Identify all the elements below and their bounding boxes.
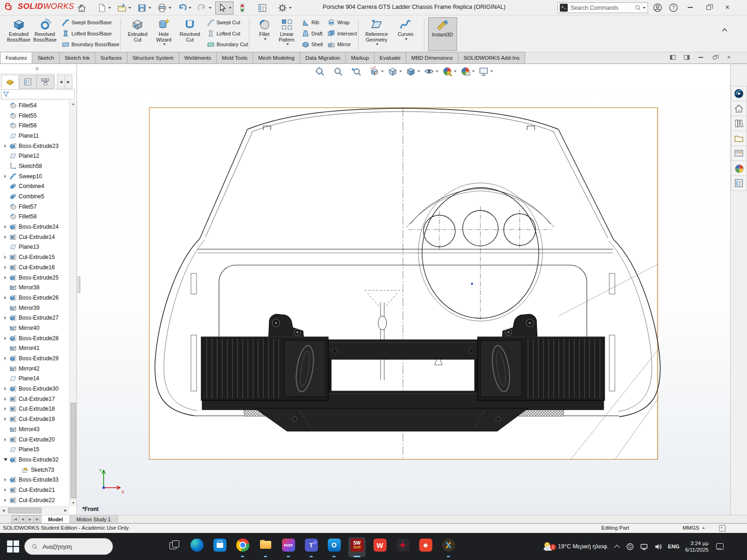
revolved-boss-base-button[interactable]: Revolved Boss/Base [32, 17, 58, 45]
expand-caret-icon[interactable] [3, 214, 8, 219]
tab-structure-system[interactable]: Structure System [127, 52, 179, 63]
linear-pattern-button[interactable]: Linear Pattern [275, 17, 298, 45]
tree-item[interactable]: Mirror42 [0, 364, 69, 374]
extruded-boss-base-button[interactable]: Extruded Boss/Base [6, 17, 32, 45]
tree-item[interactable]: Cut-Extrude22 [0, 495, 69, 505]
apply-scene-icon[interactable] [459, 65, 476, 77]
tab-features[interactable]: Features [0, 52, 32, 63]
search-icon[interactable] [634, 4, 641, 11]
fillet-button[interactable]: Fillet [253, 17, 275, 40]
tree-item[interactable]: Cut-Extrude20 [0, 434, 69, 445]
intersect-button[interactable]: Intersect [327, 29, 357, 38]
tree-item[interactable]: Sweep10 [0, 171, 69, 182]
instant3d-button[interactable]: Instant3D [428, 17, 457, 51]
expand-caret-icon[interactable] [3, 406, 8, 412]
appearances-scenes-tab[interactable] [731, 161, 747, 176]
curves-button[interactable]: Curves [391, 17, 420, 40]
zoom-to-fit-icon[interactable] [313, 65, 331, 77]
expand-caret-icon[interactable] [3, 396, 8, 401]
manager-tabs-prev-icon[interactable]: ◀ [57, 75, 65, 89]
file-explorer-icon[interactable] [254, 537, 277, 558]
custom-properties-tab[interactable] [731, 175, 747, 191]
doc-restore-icon[interactable] [710, 53, 720, 62]
red-star-app-icon[interactable] [391, 537, 414, 558]
expand-caret-icon[interactable] [15, 467, 21, 472]
tab-evaluate[interactable]: Evaluate [374, 52, 406, 63]
tree-item[interactable]: Combine5 [0, 191, 69, 202]
boundary-cut-button[interactable]: Boundary Cut [207, 40, 248, 49]
scrollbar-thumb[interactable] [8, 508, 42, 513]
previous-view-icon[interactable] [350, 65, 367, 77]
display-style-icon[interactable] [404, 65, 422, 77]
tree-item[interactable]: Cut-Extrude18 [0, 404, 69, 414]
taskbar-search-box[interactable]: Αναζήτηση [24, 538, 113, 555]
undo-button[interactable] [175, 1, 193, 14]
expand-caret-icon[interactable] [3, 174, 8, 179]
snipping-tool-icon[interactable] [437, 537, 460, 558]
doc-close-icon[interactable]: × [724, 53, 734, 62]
wrap-button[interactable]: Wrap [327, 18, 357, 27]
expand-caret-icon[interactable] [3, 336, 8, 341]
expand-caret-icon[interactable] [3, 194, 8, 199]
file-explorer-tab[interactable] [731, 131, 747, 146]
tree-item[interactable]: Combine4 [0, 182, 69, 192]
start-button[interactable] [7, 540, 20, 553]
scroll-left-icon[interactable]: ◀ [0, 507, 7, 514]
sheet-nav-button[interactable]: ▶| [34, 515, 42, 523]
tree-item[interactable]: Mirror40 [0, 323, 69, 333]
tab-solidworks-add-ins[interactable]: SOLIDWORKS Add-Ins [458, 52, 525, 63]
tab-sketch[interactable]: Sketch [32, 52, 59, 63]
tree-item[interactable]: Cut-Extrude14 [0, 232, 69, 242]
expand-caret-icon[interactable] [3, 285, 8, 290]
sheet-nav-button[interactable]: ◀ [19, 515, 27, 523]
expand-caret-icon[interactable] [3, 234, 8, 239]
volume-tray-icon[interactable] [654, 543, 662, 551]
scroll-up-icon[interactable]: ▲ [70, 100, 77, 107]
lofted-cut-button[interactable]: Lofted Cut [207, 29, 248, 38]
hide-show-items-icon[interactable] [423, 65, 440, 77]
expand-caret-icon[interactable] [3, 305, 8, 310]
tree-item[interactable]: Boss-Extrude26 [0, 293, 69, 303]
boundary-boss-base-button[interactable]: Boundary Boss/Base [62, 40, 120, 49]
expand-caret-icon[interactable] [3, 255, 8, 260]
network-tray-icon[interactable] [640, 543, 648, 551]
solidworks-icon[interactable]: SW2025 [345, 537, 368, 558]
expand-caret-icon[interactable] [3, 143, 8, 148]
expand-caret-icon[interactable] [3, 184, 8, 189]
tab-surfaces[interactable]: Surfaces [95, 52, 127, 63]
tab-mold-tools[interactable]: Mold Tools [216, 52, 253, 63]
expand-caret-icon[interactable] [3, 386, 8, 392]
tree-item[interactable]: Plane14 [0, 374, 69, 384]
pane-right-icon[interactable] [682, 53, 692, 62]
sheet-nav-button[interactable]: |◀ [11, 515, 19, 523]
expand-caret-icon[interactable] [3, 103, 8, 108]
expand-caret-icon[interactable] [3, 427, 8, 432]
tree-item[interactable]: Fillet55 [0, 111, 69, 121]
redo-button[interactable] [195, 1, 213, 14]
view-orientation-icon[interactable] [386, 65, 403, 77]
panel-splitter[interactable] [0, 64, 77, 74]
expand-caret-icon[interactable] [3, 295, 8, 300]
propertymanager-tab[interactable] [19, 75, 37, 89]
units-selector[interactable]: MMGS [683, 525, 699, 531]
tab-mesh-modeling[interactable]: Mesh Modeling [253, 52, 300, 63]
expand-caret-icon[interactable] [3, 366, 8, 371]
search-dropdown-icon[interactable] [643, 7, 646, 9]
clock[interactable]: 3:24 μμ 6/11/2025 [685, 540, 708, 553]
expand-caret-icon[interactable] [3, 275, 8, 280]
tree-item[interactable]: Boss-Extrude23 [0, 141, 69, 151]
lofted-boss-base-button[interactable]: Lofted Boss/Base [62, 29, 120, 38]
view-palette-tab[interactable] [731, 146, 747, 161]
edge-icon[interactable] [185, 537, 208, 558]
mirror-button[interactable]: Mirror [327, 40, 357, 49]
tree-item[interactable]: Mirror39 [0, 303, 69, 313]
panel-drag-handle[interactable] [78, 276, 80, 293]
expand-caret-icon[interactable] [3, 325, 8, 330]
home-tab[interactable] [731, 101, 747, 116]
m365-icon[interactable]: M365 [277, 537, 300, 558]
new-document-button[interactable] [95, 1, 113, 14]
tab-weldments[interactable]: Weldments [179, 52, 217, 63]
tree-item[interactable]: Boss-Extrude28 [0, 333, 69, 343]
tree-item[interactable]: Boss-Extrude33 [0, 475, 69, 485]
open-document-button[interactable] [115, 1, 133, 14]
